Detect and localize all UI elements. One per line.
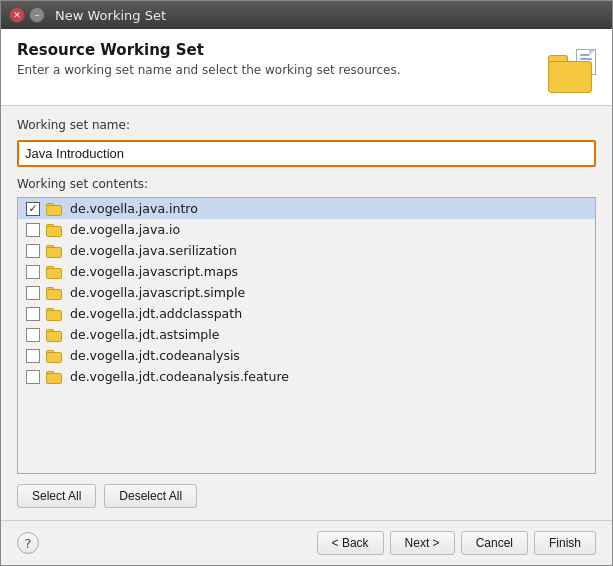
list-item[interactable]: de.vogella.javascript.simple — [18, 282, 595, 303]
action-buttons: Select All Deselect All — [17, 484, 596, 508]
back-button[interactable]: < Back — [317, 531, 384, 555]
footer: ? < Back Next > Cancel Finish — [1, 520, 612, 565]
footer-buttons: < Back Next > Cancel Finish — [317, 531, 596, 555]
list-item[interactable]: de.vogella.jdt.codeanalysis.feature — [18, 366, 595, 387]
folder-small-icon — [46, 285, 64, 300]
header-section: Resource Working Set Enter a working set… — [1, 29, 612, 106]
deselect-all-button[interactable]: Deselect All — [104, 484, 197, 508]
list-item[interactable]: de.vogella.java.io — [18, 219, 595, 240]
cancel-button[interactable]: Cancel — [461, 531, 528, 555]
list-item[interactable]: ✓de.vogella.java.intro — [18, 198, 595, 219]
folder-small-icon — [46, 264, 64, 279]
folder-small-icon — [46, 306, 64, 321]
list-item-checkbox[interactable] — [26, 244, 40, 258]
folder-small-icon — [46, 348, 64, 363]
list-item-label: de.vogella.javascript.simple — [70, 285, 245, 300]
list-item-label: de.vogella.jdt.codeanalysis.feature — [70, 369, 289, 384]
list-item[interactable]: de.vogella.jdt.addclasspath — [18, 303, 595, 324]
list-scroll-area: ✓de.vogella.java.introde.vogella.java.io… — [17, 197, 596, 474]
titlebar: ✕ – New Working Set — [1, 1, 612, 29]
header-title: Resource Working Set — [17, 41, 544, 59]
close-button[interactable]: ✕ — [9, 7, 25, 23]
finish-button[interactable]: Finish — [534, 531, 596, 555]
folder-small-icon — [46, 369, 64, 384]
window-title: New Working Set — [55, 8, 166, 23]
list-item-label: de.vogella.java.io — [70, 222, 180, 237]
main-content: Working set name: Working set contents: … — [1, 106, 612, 520]
header-text: Resource Working Set Enter a working set… — [17, 41, 544, 77]
check-mark-icon: ✓ — [28, 203, 37, 214]
list-item-checkbox[interactable] — [26, 286, 40, 300]
list-item-label: de.vogella.jdt.codeanalysis — [70, 348, 240, 363]
next-button[interactable]: Next > — [390, 531, 455, 555]
folder-doc-icon — [548, 49, 596, 93]
list-item[interactable]: de.vogella.jdt.codeanalysis — [18, 345, 595, 366]
list-item-label: de.vogella.jdt.astsimple — [70, 327, 219, 342]
folder-small-icon — [46, 243, 64, 258]
list-item-checkbox[interactable] — [26, 328, 40, 342]
header-icon — [544, 41, 596, 93]
list-item-checkbox[interactable]: ✓ — [26, 202, 40, 216]
folder-small-icon — [46, 327, 64, 342]
select-all-button[interactable]: Select All — [17, 484, 96, 508]
list-item[interactable]: de.vogella.java.serilization — [18, 240, 595, 261]
list-item[interactable]: de.vogella.javascript.maps — [18, 261, 595, 282]
list-item[interactable]: de.vogella.jdt.astsimple — [18, 324, 595, 345]
list-item-checkbox[interactable] — [26, 370, 40, 384]
folder-small-icon — [46, 222, 64, 237]
items-list: ✓de.vogella.java.introde.vogella.java.io… — [18, 198, 595, 473]
doc-line — [580, 58, 592, 60]
list-item-label: de.vogella.java.serilization — [70, 243, 237, 258]
doc-corner — [589, 50, 595, 56]
list-item-checkbox[interactable] — [26, 349, 40, 363]
folder-small-icon — [46, 201, 64, 216]
list-item-checkbox[interactable] — [26, 307, 40, 321]
header-subtitle: Enter a working set name and select the … — [17, 63, 544, 77]
contents-label: Working set contents: — [17, 177, 596, 191]
titlebar-buttons: ✕ – — [9, 7, 45, 23]
minimize-button[interactable]: – — [29, 7, 45, 23]
list-item-checkbox[interactable] — [26, 223, 40, 237]
help-button[interactable]: ? — [17, 532, 39, 554]
folder-body — [548, 61, 592, 93]
working-set-name-input[interactable] — [17, 140, 596, 167]
list-item-label: de.vogella.java.intro — [70, 201, 198, 216]
name-label: Working set name: — [17, 118, 596, 132]
list-item-checkbox[interactable] — [26, 265, 40, 279]
list-item-label: de.vogella.javascript.maps — [70, 264, 238, 279]
window: ✕ – New Working Set Resource Working Set… — [0, 0, 613, 566]
list-item-label: de.vogella.jdt.addclasspath — [70, 306, 242, 321]
